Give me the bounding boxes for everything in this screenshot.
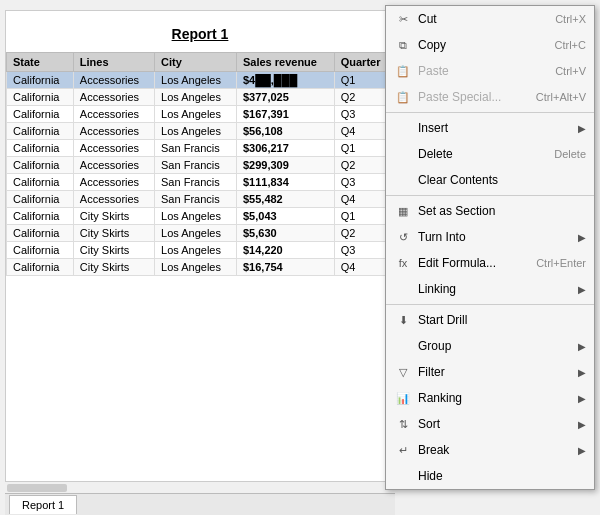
cell-lines: Accessories — [73, 140, 154, 157]
edit_formula-icon: fx — [394, 254, 412, 272]
cell-sales: $14,220 — [236, 242, 334, 259]
break-icon: ↵ — [394, 441, 412, 459]
menu-shortcut-edit_formula: Ctrl+Enter — [536, 257, 586, 269]
menu-shortcut-paste_special: Ctrl+Alt+V — [536, 91, 586, 103]
cell-sales: $167,391 — [236, 106, 334, 123]
report-tab[interactable]: Report 1 — [9, 495, 77, 514]
cell-sales: $5,043 — [236, 208, 334, 225]
cell-city: San Francis — [155, 140, 237, 157]
cell-city: Los Angeles — [155, 72, 237, 89]
menu-label-paste_special: Paste Special... — [418, 90, 528, 104]
menu-item-break[interactable]: ↵Break▶ — [386, 437, 594, 463]
menu-item-clear_contents[interactable]: Clear Contents — [386, 167, 594, 193]
cut-icon: ✂ — [394, 10, 412, 28]
cell-lines: Accessories — [73, 89, 154, 106]
table-row[interactable]: California City Skirts Los Angeles $14,2… — [7, 242, 394, 259]
table-row[interactable]: California Accessories San Francis $111,… — [7, 174, 394, 191]
paste_special-icon: 📋 — [394, 88, 412, 106]
cell-lines: Accessories — [73, 157, 154, 174]
col-header-sales: Sales revenue — [236, 53, 334, 72]
report-title: Report 1 — [6, 11, 394, 52]
cell-city: Los Angeles — [155, 123, 237, 140]
filter-icon: ▽ — [394, 363, 412, 381]
horizontal-scrollbar[interactable] — [5, 481, 395, 493]
menu-item-linking[interactable]: Linking▶ — [386, 276, 594, 302]
menu-item-ranking[interactable]: 📊Ranking▶ — [386, 385, 594, 411]
ranking-icon: 📊 — [394, 389, 412, 407]
cell-state: California — [7, 123, 74, 140]
table-row[interactable]: California Accessories Los Angeles $56,1… — [7, 123, 394, 140]
cell-lines: Accessories — [73, 106, 154, 123]
menu-shortcut-cut: Ctrl+X — [555, 13, 586, 25]
cell-lines: City Skirts — [73, 259, 154, 276]
menu-label-edit_formula: Edit Formula... — [418, 256, 528, 270]
menu-label-delete: Delete — [418, 147, 546, 161]
col-header-city: City — [155, 53, 237, 72]
cell-sales: $299,309 — [236, 157, 334, 174]
menu-item-paste[interactable]: 📋PasteCtrl+V — [386, 58, 594, 84]
cell-state: California — [7, 208, 74, 225]
delete-icon — [394, 145, 412, 163]
menu-item-set_as_section[interactable]: ▦Set as Section — [386, 198, 594, 224]
menu-item-hide[interactable]: Hide — [386, 463, 594, 489]
menu-item-paste_special[interactable]: 📋Paste Special...Ctrl+Alt+V — [386, 84, 594, 110]
menu-item-sort[interactable]: ⇅Sort▶ — [386, 411, 594, 437]
menu-shortcut-copy: Ctrl+C — [555, 39, 586, 51]
menu-label-group: Group — [418, 339, 578, 353]
linking-icon — [394, 280, 412, 298]
cell-state: California — [7, 191, 74, 208]
cell-lines: City Skirts — [73, 225, 154, 242]
cell-city: San Francis — [155, 157, 237, 174]
cell-state: California — [7, 140, 74, 157]
table-row[interactable]: California Accessories San Francis $299,… — [7, 157, 394, 174]
table-row[interactable]: California Accessories Los Angeles $4██,… — [7, 72, 394, 89]
cell-lines: City Skirts — [73, 208, 154, 225]
cell-city: San Francis — [155, 191, 237, 208]
menu-item-delete[interactable]: DeleteDelete — [386, 141, 594, 167]
col-header-state: State — [7, 53, 74, 72]
table-row[interactable]: California City Skirts Los Angeles $16,7… — [7, 259, 394, 276]
insert-icon — [394, 119, 412, 137]
menu-item-insert[interactable]: Insert▶ — [386, 115, 594, 141]
cell-sales: $5,630 — [236, 225, 334, 242]
copy-icon: ⧉ — [394, 36, 412, 54]
cell-state: California — [7, 242, 74, 259]
table-row[interactable]: California City Skirts Los Angeles $5,63… — [7, 225, 394, 242]
table-row[interactable]: California City Skirts Los Angeles $5,04… — [7, 208, 394, 225]
menu-item-filter[interactable]: ▽Filter▶ — [386, 359, 594, 385]
cell-city: Los Angeles — [155, 225, 237, 242]
cell-state: California — [7, 72, 74, 89]
menu-label-linking: Linking — [418, 282, 578, 296]
menu-item-turn_into[interactable]: ↺Turn Into▶ — [386, 224, 594, 250]
cell-lines: City Skirts — [73, 242, 154, 259]
submenu-arrow-break: ▶ — [578, 445, 586, 456]
cell-city: Los Angeles — [155, 259, 237, 276]
menu-item-edit_formula[interactable]: fxEdit Formula...Ctrl+Enter — [386, 250, 594, 276]
separator-after-linking — [386, 304, 594, 305]
cell-city: Los Angeles — [155, 242, 237, 259]
table-row[interactable]: California Accessories Los Angeles $167,… — [7, 106, 394, 123]
scroll-thumb[interactable] — [7, 484, 67, 492]
menu-item-group[interactable]: Group▶ — [386, 333, 594, 359]
cell-state: California — [7, 89, 74, 106]
menu-item-cut[interactable]: ✂CutCtrl+X — [386, 6, 594, 32]
menu-shortcut-paste: Ctrl+V — [555, 65, 586, 77]
cell-lines: Accessories — [73, 191, 154, 208]
menu-label-paste: Paste — [418, 64, 547, 78]
menu-label-clear_contents: Clear Contents — [418, 173, 586, 187]
cell-lines: Accessories — [73, 123, 154, 140]
cell-sales: $111,834 — [236, 174, 334, 191]
cell-sales: $56,108 — [236, 123, 334, 140]
report-container: Report 1 State Lines City Sales revenue … — [5, 10, 395, 490]
menu-item-copy[interactable]: ⧉CopyCtrl+C — [386, 32, 594, 58]
menu-label-cut: Cut — [418, 12, 547, 26]
menu-label-filter: Filter — [418, 365, 578, 379]
table-row[interactable]: California Accessories Los Angeles $377,… — [7, 89, 394, 106]
menu-item-start_drill[interactable]: ⬇Start Drill — [386, 307, 594, 333]
start_drill-icon: ⬇ — [394, 311, 412, 329]
sort-icon: ⇅ — [394, 415, 412, 433]
table-row[interactable]: California Accessories San Francis $55,4… — [7, 191, 394, 208]
table-row[interactable]: California Accessories San Francis $306,… — [7, 140, 394, 157]
menu-label-set_as_section: Set as Section — [418, 204, 586, 218]
separator-after-paste_special — [386, 112, 594, 113]
